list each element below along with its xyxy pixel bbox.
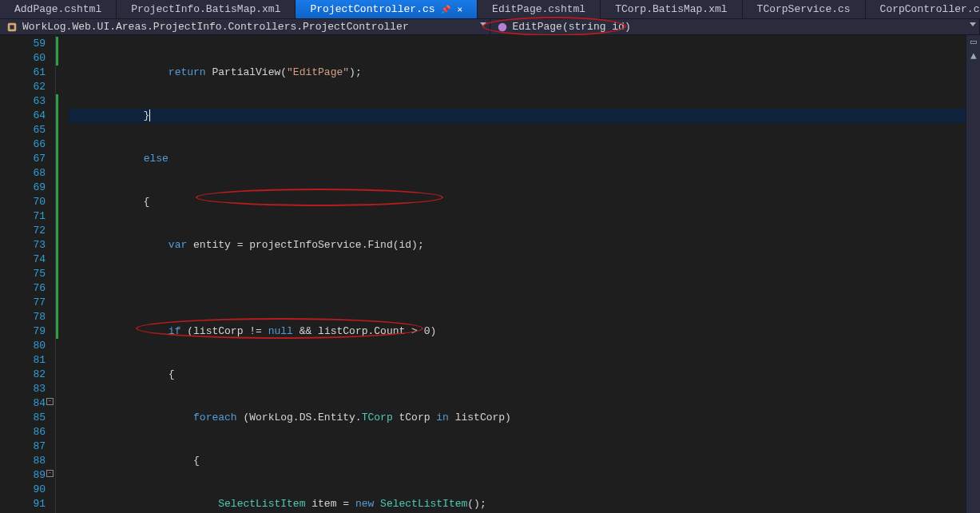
line-number: 70	[0, 195, 46, 209]
tab-editpage[interactable]: EditPage.cshtml	[478, 0, 601, 18]
line-number: 68	[0, 166, 46, 181]
tab-tcorpservice[interactable]: TCorpService.cs	[743, 0, 866, 18]
breadcrumb-member-label: EditPage(string id)	[513, 21, 631, 33]
line-number: 79	[0, 324, 46, 339]
tab-bar: AddPage.cshtml ProjectInfo.BatisMap.xml …	[0, 0, 980, 19]
line-number: 61	[0, 66, 46, 80]
line-number: 86	[0, 425, 46, 439]
line-number: 67	[0, 152, 46, 166]
svg-rect-2	[498, 22, 506, 31]
code-area[interactable]: return PartialView("EditPage"); } else {…	[56, 35, 980, 513]
line-number: 91	[0, 497, 46, 511]
line-number: 76	[0, 281, 46, 296]
chevron-down-icon	[970, 22, 976, 26]
fold-toggle-icon[interactable]: -	[46, 398, 54, 405]
line-number: 60	[0, 51, 46, 66]
line-number: 73	[0, 238, 46, 253]
svg-rect-1	[10, 25, 14, 29]
line-number: 87	[0, 439, 46, 454]
line-number: 72	[0, 224, 46, 238]
line-number: 66	[0, 137, 46, 152]
breadcrumb-member[interactable]: EditPage(string id)	[490, 19, 981, 34]
breadcrumb-namespace[interactable]: WorkLog.Web.UI.Areas.ProjectInfo.Control…	[0, 19, 490, 34]
line-number: 85	[0, 411, 46, 425]
line-number: 74	[0, 253, 46, 267]
tab-addpage[interactable]: AddPage.cshtml	[0, 0, 117, 18]
text-cursor	[149, 109, 157, 121]
chevron-down-icon	[480, 22, 486, 26]
line-number: 81	[0, 353, 46, 368]
class-icon	[6, 22, 18, 33]
line-number-gutter: 5960616263646566676869707172737475767778…	[0, 35, 56, 513]
pin-icon[interactable]	[441, 5, 450, 14]
line-number: 69	[0, 181, 46, 195]
line-number: 90	[0, 483, 46, 497]
split-editor-icon[interactable]: ▭	[966, 35, 980, 50]
line-number: 88	[0, 454, 46, 468]
tab-projectcontroller[interactable]: ProjectController.cs	[296, 0, 478, 18]
scroll-up-icon[interactable]: ▲	[966, 50, 980, 64]
line-number: 82	[0, 368, 46, 382]
line-number: 84-	[0, 396, 46, 411]
line-number: 77	[0, 296, 46, 310]
breadcrumb-namespace-label: WorkLog.Web.UI.Areas.ProjectInfo.Control…	[22, 21, 409, 33]
line-number: 64	[0, 109, 46, 123]
fold-toggle-icon[interactable]: -	[46, 470, 54, 477]
line-number: 80	[0, 339, 46, 353]
line-number: 75	[0, 267, 46, 281]
tab-tcorp-batismap[interactable]: TCorp.BatisMap.xml	[601, 0, 742, 18]
line-number: 83	[0, 382, 46, 396]
vertical-scrollbar[interactable]: ▭ ▲	[966, 35, 980, 513]
tab-projectinfo-batismap[interactable]: ProjectInfo.BatisMap.xml	[117, 0, 296, 18]
tab-corpcontroller[interactable]: CorpController.cs	[866, 0, 980, 18]
line-number: 63	[0, 94, 46, 109]
breadcrumb: WorkLog.Web.UI.Areas.ProjectInfo.Control…	[0, 19, 980, 35]
line-number: 89-	[0, 468, 46, 483]
line-number: 71	[0, 209, 46, 224]
method-icon	[497, 22, 508, 33]
line-number: 62	[0, 80, 46, 94]
code-editor[interactable]: 5960616263646566676869707172737475767778…	[0, 35, 980, 513]
close-icon[interactable]	[457, 4, 462, 14]
line-number: 65	[0, 123, 46, 137]
line-number: 59	[0, 37, 46, 51]
line-number: 78	[0, 310, 46, 324]
